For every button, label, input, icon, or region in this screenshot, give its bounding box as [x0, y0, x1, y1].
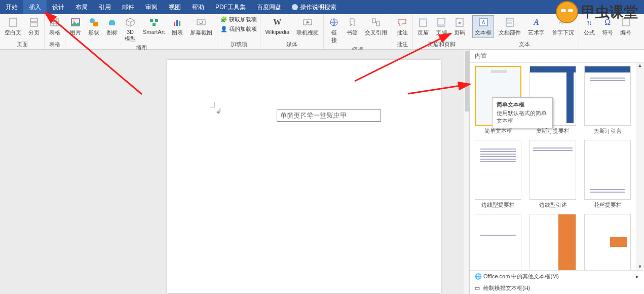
comment-icon	[397, 17, 408, 28]
mascot-icon	[556, 1, 578, 23]
tab-start[interactable]: 开始	[0, 0, 23, 14]
crossref-icon	[370, 17, 382, 28]
group-label-pages: 页面	[2, 41, 42, 49]
tab-insert[interactable]: 插入	[23, 0, 47, 14]
thumb-filigree-quote[interactable]	[475, 214, 521, 270]
group-pages: 空白页 分页 页面	[0, 14, 45, 49]
wikipedia-button[interactable]: WWikipedia	[262, 15, 292, 36]
blank-page-button[interactable]: 空白页	[2, 15, 24, 38]
my-addins-button[interactable]: 👤我的加载项	[219, 25, 258, 33]
group-label-headerfooter: 页眉和页脚	[415, 41, 468, 49]
tell-me-label: 操作说明搜索	[300, 3, 336, 12]
gallery-tooltip: 简单文本框 使用默认格式的简单文本框	[492, 97, 553, 128]
textbox-gallery-panel: 内置 简单文本框 奥斯汀提要栏 奥斯汀引言 边线型提要栏 边线型引述 花丝提要栏…	[469, 50, 644, 294]
svg-rect-15	[174, 22, 175, 26]
lightbulb-icon	[292, 4, 298, 10]
group-label-media: 媒体	[262, 41, 321, 49]
quick-parts-button[interactable]: 文档部件	[496, 15, 523, 38]
shapes-icon	[88, 17, 99, 28]
svg-rect-12	[150, 19, 153, 22]
group-label-text: 文本	[472, 41, 577, 49]
screenshot-button[interactable]: 屏幕截图	[187, 15, 215, 38]
tab-review[interactable]: 审阅	[140, 0, 163, 14]
svg-rect-3	[51, 19, 59, 26]
bookmark-button[interactable]: 书签	[344, 15, 360, 38]
store-icon: 🧩	[220, 16, 228, 23]
document-page[interactable]: ↲ 甲虫课堂一学习更简单	[167, 60, 441, 293]
wordart-icon: A	[531, 17, 542, 28]
chart-icon	[172, 17, 183, 28]
tab-mail[interactable]: 邮件	[117, 0, 140, 14]
tab-baidu[interactable]: 百度网盘	[251, 0, 287, 14]
get-addins-button[interactable]: 🧩获取加载项	[219, 15, 258, 24]
svg-text:#: #	[459, 21, 461, 25]
shapes-button[interactable]: 形状	[86, 15, 102, 38]
screenshot-icon	[196, 17, 207, 28]
gallery-header: 内置	[470, 50, 644, 63]
draw-horizontal-textbox[interactable]: ▭绘制横排文本框(H)	[470, 282, 644, 294]
thumb-banded-quote[interactable]	[529, 140, 576, 200]
page-break-button[interactable]: 分页	[26, 15, 42, 38]
table-button[interactable]: 表格	[47, 15, 63, 38]
group-label-comments: 批注	[394, 41, 410, 49]
svg-rect-17	[179, 21, 180, 26]
tab-design[interactable]: 设计	[47, 0, 70, 14]
cross-reference-button[interactable]: 交叉引用	[362, 15, 390, 38]
svg-rect-27	[438, 24, 445, 26]
tell-me-search[interactable]: 操作说明搜索	[287, 0, 336, 14]
group-illustrations: 图片 形状 图标 3D 模型 SmartArt 图表 屏幕截图 插图	[65, 14, 217, 49]
header-button[interactable]: 页眉	[415, 15, 431, 38]
quick-parts-icon	[504, 17, 515, 28]
comment-button[interactable]: 批注	[394, 15, 410, 38]
tab-references[interactable]: 引用	[93, 0, 117, 14]
svg-rect-33	[507, 20, 512, 21]
tab-layout[interactable]: 布局	[70, 0, 93, 14]
cursor-indicator: ↲	[216, 107, 222, 115]
pictures-button[interactable]: 图片	[67, 15, 84, 38]
page-break-icon	[28, 17, 40, 28]
office-icon: 🌐	[475, 273, 482, 280]
wikipedia-icon: W	[272, 17, 283, 28]
svg-rect-1	[30, 18, 37, 22]
thumb-retrospect-quote[interactable]	[584, 214, 631, 270]
gallery-scrollbar[interactable]: ▲ ▼	[636, 63, 644, 270]
thumb-banded-sidebar[interactable]	[475, 140, 521, 200]
footer-button[interactable]: 页脚	[433, 15, 449, 38]
textbox-icon: A	[478, 17, 489, 28]
icons-button[interactable]: 图标	[104, 15, 120, 38]
picture-icon	[70, 17, 81, 28]
group-headerfooter: 页眉 页脚 #页码 页眉和页脚	[413, 14, 470, 49]
hyperlink-button[interactable]: 链 接	[326, 15, 342, 46]
wordart-button[interactable]: A艺术字	[525, 15, 547, 38]
inserted-textbox[interactable]: 甲虫课堂一学习更简单	[277, 109, 381, 122]
tab-help[interactable]: 帮助	[186, 0, 210, 14]
gallery-footer: 🌐Office.com 中的其他文本框(M)▸ ▭绘制横排文本框(H)	[470, 270, 644, 294]
header-icon	[418, 17, 429, 28]
page-number-icon: #	[454, 17, 465, 28]
smartart-button[interactable]: SmartArt	[140, 15, 167, 36]
svg-text:A: A	[481, 20, 485, 25]
margin-marker	[208, 100, 215, 107]
group-links: 链 接 书签 交叉引用 链接	[324, 14, 392, 49]
tab-view[interactable]: 视图	[163, 0, 186, 14]
online-video-button[interactable]: 联机视频	[294, 15, 321, 38]
scroll-down-icon[interactable]: ▼	[637, 264, 643, 270]
3d-models-button[interactable]: 3D 模型	[122, 15, 138, 44]
thumb-filigree-sidebar[interactable]	[584, 140, 631, 200]
group-media: WWikipedia 联机视频 媒体	[260, 14, 324, 49]
thumb-austin-quote[interactable]	[584, 66, 631, 126]
textbox-button[interactable]: A文本框	[472, 15, 494, 38]
chart-button[interactable]: 图表	[169, 15, 185, 38]
group-addins: 🧩获取加载项 👤我的加载项 加载项	[217, 14, 260, 49]
svg-rect-34	[507, 22, 512, 24]
tab-pdf[interactable]: PDF工具集	[210, 0, 251, 14]
group-tables: 表格 表格	[45, 14, 65, 49]
thumb-retrospect-sidebar[interactable]	[529, 214, 576, 270]
page-number-button[interactable]: #页码	[451, 15, 468, 38]
gallery-scroll-area[interactable]: 简单文本框 奥斯汀提要栏 奥斯汀引言 边线型提要栏 边线型引述 花丝提要栏 花丝…	[470, 63, 636, 270]
group-label-tables: 表格	[47, 41, 63, 49]
scroll-up-icon[interactable]: ▲	[637, 63, 643, 69]
more-office-textboxes[interactable]: 🌐Office.com 中的其他文本框(M)▸	[470, 271, 644, 282]
svg-rect-0	[10, 18, 17, 26]
svg-rect-22	[372, 19, 375, 23]
